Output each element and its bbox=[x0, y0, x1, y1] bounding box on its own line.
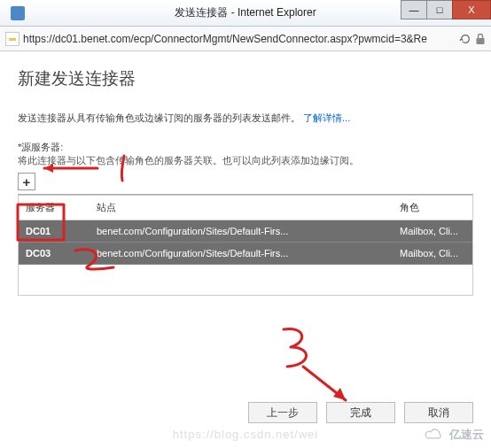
server-grid-container: 服务器 站点 角色 DC01 benet.com/Configuration/S… bbox=[18, 195, 473, 296]
col-site[interactable]: 站点 bbox=[90, 196, 393, 220]
learn-more-link[interactable]: 了解详情... bbox=[303, 112, 350, 123]
window-favicon bbox=[11, 6, 25, 20]
svg-marker-2 bbox=[333, 388, 346, 400]
cell-site: benet.com/Configuration/Sites/Default-Fi… bbox=[90, 220, 393, 243]
url-text[interactable]: https://dc01.benet.com/ecp/ConnectorMgmt… bbox=[23, 33, 456, 45]
page-heading: 新建发送连接器 bbox=[18, 67, 473, 90]
back-button[interactable]: 上一步 bbox=[248, 402, 317, 423]
server-grid: 服务器 站点 角色 DC01 benet.com/Configuration/S… bbox=[19, 196, 472, 265]
add-button[interactable]: + bbox=[18, 173, 35, 190]
cloud-icon bbox=[423, 428, 446, 442]
maximize-button[interactable]: □ bbox=[426, 0, 453, 19]
cell-role: Mailbox, Cli... bbox=[393, 220, 472, 243]
annotation-arrow-3 bbox=[303, 367, 346, 400]
intro-paragraph: 发送连接器从具有传输角色或边缘订阅的服务器的列表发送邮件。 了解详情... bbox=[18, 112, 473, 125]
lock-icon bbox=[475, 33, 486, 45]
watermark-text: https://blog.csdn.net/wei bbox=[0, 428, 491, 441]
grid-header-row: 服务器 站点 角色 bbox=[19, 196, 472, 220]
cancel-button[interactable]: 取消 bbox=[404, 402, 473, 423]
brand-logo: 亿速云 bbox=[423, 427, 484, 443]
svg-rect-0 bbox=[477, 38, 485, 44]
minimize-button[interactable]: — bbox=[401, 0, 427, 19]
close-button[interactable]: X bbox=[452, 0, 491, 19]
address-bar: https://dc01.benet.com/ecp/ConnectorMgmt… bbox=[0, 27, 491, 51]
grid-toolbar: + bbox=[18, 173, 473, 195]
page-content: 新建发送连接器 发送连接器从具有传输角色或边缘订阅的服务器的列表发送邮件。 了解… bbox=[0, 51, 491, 296]
col-role[interactable]: 角色 bbox=[393, 196, 472, 220]
cell-server: DC03 bbox=[19, 243, 90, 265]
brand-text: 亿速云 bbox=[449, 427, 484, 443]
grid-row[interactable]: DC03 benet.com/Configuration/Sites/Defau… bbox=[19, 243, 472, 265]
annotation-num-3 bbox=[284, 328, 307, 367]
intro-text: 发送连接器从具有传输角色或边缘订阅的服务器的列表发送邮件。 bbox=[18, 112, 300, 123]
window-controls: — □ X bbox=[401, 0, 491, 19]
page-icon bbox=[5, 32, 19, 46]
wizard-footer: 上一步 完成 取消 bbox=[248, 402, 473, 423]
source-server-label: *源服务器: bbox=[18, 141, 473, 154]
cell-site: benet.com/Configuration/Sites/Default-Fi… bbox=[90, 243, 393, 265]
grid-row[interactable]: DC01 benet.com/Configuration/Sites/Defau… bbox=[19, 220, 472, 243]
cell-server: DC01 bbox=[19, 220, 90, 243]
refresh-icon[interactable] bbox=[459, 33, 472, 45]
source-server-hint: 将此连接器与以下包含传输角色的服务器关联。也可以向此列表添加边缘订阅。 bbox=[18, 154, 473, 167]
window-titlebar: 发送连接器 - Internet Explorer — □ X bbox=[0, 0, 491, 27]
cell-role: Mailbox, Cli... bbox=[393, 243, 472, 265]
finish-button[interactable]: 完成 bbox=[326, 402, 395, 423]
col-server[interactable]: 服务器 bbox=[19, 196, 90, 220]
